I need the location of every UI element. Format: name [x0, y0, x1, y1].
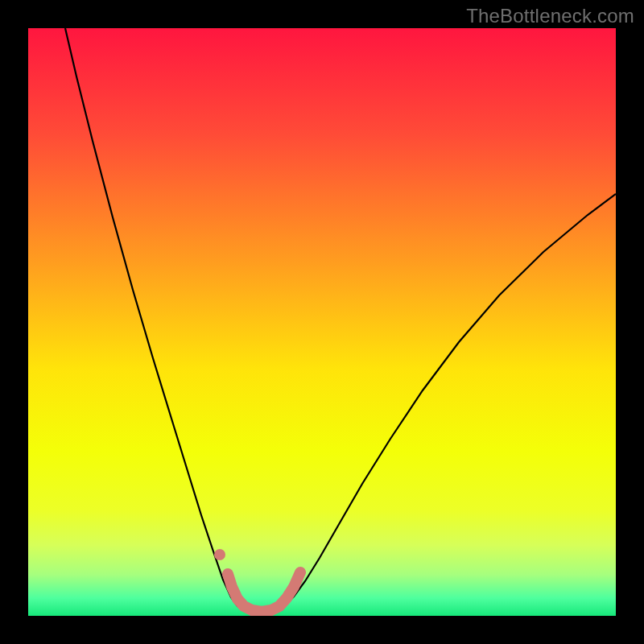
chart-frame: TheBottleneck.com — [0, 0, 644, 644]
plot-area — [28, 28, 616, 616]
gradient-background — [28, 28, 616, 616]
chart-svg — [28, 28, 616, 616]
dots-group — [214, 549, 225, 560]
left-dot — [214, 549, 225, 560]
watermark-text: TheBottleneck.com — [466, 5, 634, 27]
